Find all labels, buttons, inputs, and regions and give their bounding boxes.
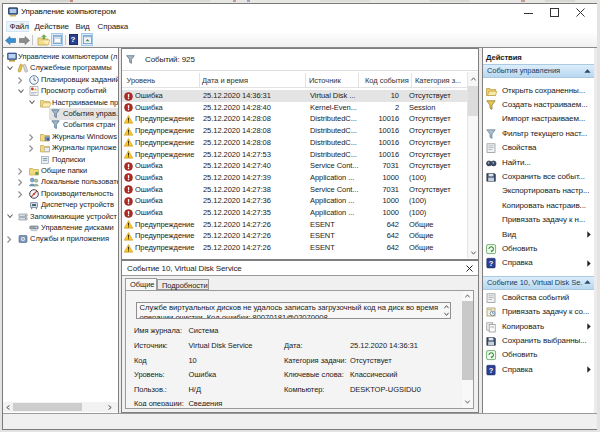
svg-text:?: ? <box>489 259 494 268</box>
svg-text:?: ? <box>489 365 494 374</box>
